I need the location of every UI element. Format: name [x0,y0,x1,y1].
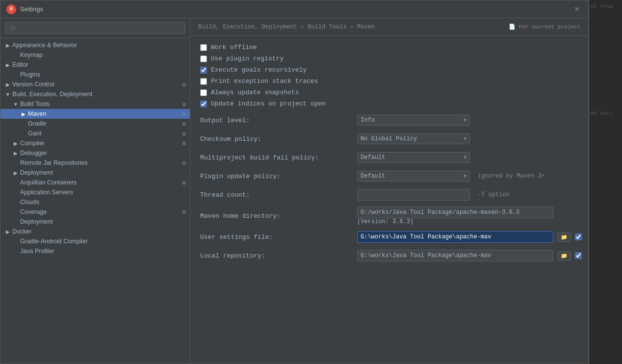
sidebar-item-label-build-tools: Build Tools [20,101,50,107]
form-row-maven-home: Maven home directory:(Version: 3.6.3) [200,207,578,225]
main-panel: Build, Execution, Deployment › Build Too… [190,18,588,364]
sidebar-item-arquillian[interactable]: Arquillian Containers⊞ [0,178,190,187]
ext-icon-coverage: ⊞ [182,209,186,215]
sidebar-item-debugger[interactable]: ▶Debugger [0,148,190,158]
sidebar-item-gradle[interactable]: Gradle⊞ [0,119,190,129]
tree-arrow-maven: ▶ [20,111,27,117]
form-control-user-settings: 📁 [357,231,582,243]
tree-arrow-debugger: ▶ [12,151,19,156]
sidebar-item-label-gradle: Gradle [28,120,47,127]
sidebar-item-remote-jar[interactable]: Remote Jar Repositories⊞ [0,158,190,168]
sidebar-item-gant[interactable]: Gant⊞ [0,129,190,138]
close-button[interactable]: ✕ [571,4,582,14]
ext-icon-gant: ⊞ [182,131,186,136]
checkbox-update-indices[interactable] [200,101,207,107]
browse-button-local-repo[interactable]: 📁 [557,251,571,260]
tree-arrow-docker: ▶ [4,229,11,234]
sidebar-item-label-appearance: Appearance & Behavior [12,42,77,49]
checkbox-row-print-exception: Print exception stack traces [200,78,578,85]
sidebar-item-label-compiler: Compiler [20,140,45,147]
path-input-maven-home[interactable] [357,207,553,218]
sidebar-item-java-profiler[interactable]: Java Profiler [0,246,190,256]
tree-arrow-editor: ▶ [4,62,11,68]
dropdown-output-level[interactable]: Info▼ [357,115,470,126]
sidebar-item-build-exec-deploy[interactable]: ▼Build, Execution, Deployment [0,89,190,99]
checkbox-row-use-plugin-registry: Use plugin registry [200,55,578,62]
tree-arrow-version-control: ▶ [4,82,11,87]
form-control-checksum-policy: No Global Policy▼ [357,133,578,144]
sidebar-item-label-version-control: Version Control [12,81,54,88]
text-input-thread-count[interactable] [357,189,470,201]
bg-text-1: se resp [590,2,621,11]
sidebar-item-label-clouds: Clouds [20,199,39,206]
tree-arrow-appearance: ▶ [4,43,11,48]
ext-icon-arquillian: ⊞ [182,180,186,185]
for-project-label: 📄 For current project [509,24,580,30]
sidebar-item-deployment[interactable]: ▶Deployment [0,168,190,178]
form-control-output-level: Info▼ [357,115,578,126]
sidebar-item-label-gant: Gant [28,130,41,137]
dropdown-plugin-update-policy[interactable]: Default▼ [357,171,470,182]
form-row-user-settings: User settings file:📁 [200,230,578,244]
form-row-multiproject-policy: Multiproject build fail policy:Default▼ [200,151,578,164]
form-label-checksum-policy: Checksum policy: [200,135,357,143]
sidebar-item-label-java-profiler: Java Profiler [20,248,54,255]
sidebar-item-appearance[interactable]: ▶Appearance & Behavior [0,40,190,50]
title-bar-left: U Settings [6,4,43,14]
background-app: se resp ed succ [589,0,622,364]
sidebar-item-deployment2[interactable]: Deployment [0,217,190,227]
content-area: ▶Appearance & BehaviorKeymap▶EditorPlugi… [0,18,588,364]
form-label-multiproject-policy: Multiproject build fail policy: [200,154,357,161]
browse-button-user-settings[interactable]: 📁 [557,233,571,242]
checkbox-row-update-indices: Update indices on project open [200,100,578,107]
sidebar-item-version-control[interactable]: ▶Version Control⊞ [0,79,190,89]
sidebar-item-label-keymap: Keymap [20,52,43,58]
path-input-local-repo[interactable] [357,250,553,261]
sidebar-item-compiler[interactable]: ▶Compiler⊞ [0,138,190,148]
sidebar-item-label-maven: Maven [28,110,47,117]
override-checkbox-user-settings[interactable] [575,234,582,240]
override-checkbox-local-repo[interactable] [575,252,582,259]
checkbox-label-work-offline: Work offline [211,44,257,51]
dropdown-multiproject-policy[interactable]: Default▼ [357,152,470,163]
sidebar-item-coverage[interactable]: Coverage⊞ [0,207,190,217]
checkbox-row-execute-goals: Execute goals recursively [200,66,578,74]
sidebar-item-keymap[interactable]: Keymap [0,50,190,60]
sidebar-item-build-tools[interactable]: ▼Build Tools⊞ [0,99,190,109]
checkbox-always-update[interactable] [200,89,207,96]
ext-icon-remote-jar: ⊞ [182,160,186,166]
ext-icon-build-tools: ⊞ [182,102,186,107]
search-input[interactable] [5,22,185,34]
sidebar-item-editor[interactable]: ▶Editor [0,60,190,70]
form-row-thread-count: Thread count:-T option [200,188,578,202]
form-label-output-level: Output level: [200,117,357,124]
form-control-maven-home: (Version: 3.6.3) [357,207,578,225]
sidebar-item-app-servers[interactable]: Application Servers [0,187,190,197]
form-control-plugin-update-policy: Default▼ignored by Maven 3+ [357,171,578,182]
hint-thread-count: -T option [478,191,510,198]
search-box [0,18,190,38]
checkbox-execute-goals[interactable] [200,67,207,74]
checkbox-print-exception[interactable] [200,78,207,85]
sidebar-item-label-debugger: Debugger [20,150,47,156]
form-label-local-repo: Local repository: [200,252,357,260]
sidebar-item-label-build-exec-deploy: Build, Execution, Deployment [12,91,92,98]
checkbox-work-offline[interactable] [200,44,207,51]
sidebar-item-gradle-android[interactable]: Gradle-Android Compiler [0,236,190,246]
path-input-user-settings[interactable] [357,231,553,243]
sidebar-item-clouds[interactable]: Clouds [0,197,190,207]
title-bar: U Settings ✕ [0,0,588,18]
sidebar-item-label-docker: Docker [12,228,32,235]
checkbox-label-use-plugin-registry: Use plugin registry [211,55,284,62]
sidebar-item-maven[interactable]: ▶Maven⊞ [0,109,190,119]
form-row-plugin-update-policy: Plugin update policy:Default▼ignored by … [200,169,578,183]
sidebar-item-label-plugins: Plugins [20,71,40,78]
tree-arrow-build-exec-deploy: ▼ [4,92,11,97]
ext-icon-version-control: ⊞ [182,82,186,87]
sidebar-item-plugins[interactable]: Plugins [0,70,190,79]
sidebar-item-label-gradle-android: Gradle-Android Compiler [20,238,88,245]
dropdown-checksum-policy[interactable]: No Global Policy▼ [357,133,470,144]
checkbox-use-plugin-registry[interactable] [200,55,207,62]
form-label-maven-home: Maven home directory: [200,212,357,220]
sidebar-item-docker[interactable]: ▶Docker [0,227,190,236]
